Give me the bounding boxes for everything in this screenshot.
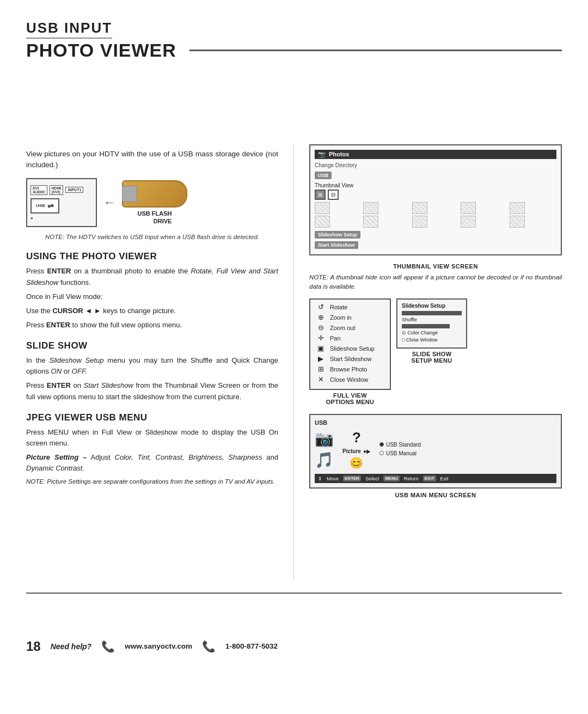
jpeg-viewer-body: Press MENU when in Full View or Slidesho…	[26, 427, 278, 487]
nav-exit-action: Exit	[440, 476, 449, 481]
close-window-icon: ✕	[316, 375, 326, 383]
usb-illustration: DVIAUDIO HDMI(DVI) INPUT1 USB ⇌ ● ← USB …	[26, 178, 278, 227]
thumbnail-title-bar: 📷 Photos	[315, 150, 556, 159]
nav-enter-key: ENTER	[343, 475, 361, 481]
usb-note: NOTE: The HDTV switches to USB Input whe…	[26, 233, 278, 241]
tv-port-diagram: DVIAUDIO HDMI(DVI) INPUT1 USB ⇌ ●	[26, 178, 97, 227]
pan-label: Pan	[330, 335, 341, 341]
photo-viewer-title: PHOTO VIEWER	[26, 40, 562, 61]
fv-rotate: ↺ Rotate	[316, 303, 384, 311]
fv-close-window: ✕ Close Window	[316, 375, 384, 383]
fv-pan: ✛ Pan	[316, 334, 384, 342]
jv-note: NOTE: Picture Settings are separate conf…	[26, 477, 278, 487]
usb-face-icon: 😊	[350, 456, 363, 469]
ss-bar-top	[402, 311, 462, 315]
using-photo-viewer-body: Press ENTER on a thumbnail photo to enab…	[26, 266, 278, 331]
usb-main-caption: USB MAIN MENU SCREEN	[309, 492, 562, 498]
usb-camera-icon: 📷	[315, 430, 334, 448]
usb-question-icon: ?	[352, 429, 361, 446]
browse-photo-label: Browse Photo	[330, 366, 367, 373]
zoomin-icon: ⊕	[316, 313, 326, 321]
thumb-5	[510, 202, 525, 214]
usb-input-title: USB INPUT	[26, 20, 112, 39]
slide-show-body: In the Slideshow Setup menu you may turn…	[26, 355, 278, 402]
nav-menu-key: MENU	[383, 475, 400, 481]
rotate-label: Rotate	[330, 304, 347, 310]
menus-container: ↺ Rotate ⊕ Zoom in ⊖ Zoom out ✛ Pan	[309, 298, 562, 405]
usb-connector	[122, 186, 137, 202]
page-header: USB INPUT PHOTO VIEWER	[26, 20, 562, 142]
usb-manual-radio[interactable]	[379, 451, 384, 455]
using-photo-viewer-heading: USING THE PHOTO VIEWER	[26, 251, 278, 262]
usb-drive-area: USB FLASH DRIVE	[122, 180, 187, 225]
usb-standard-label: USB Standard	[386, 442, 421, 448]
start-slideshow-icon: ▶	[316, 355, 326, 363]
thumb-2	[363, 202, 378, 214]
change-dir-row: Change Directory	[315, 162, 556, 169]
thumbnail-grid-icon[interactable]: ⊞	[315, 190, 326, 200]
ss-title: Slideshow Setup	[402, 303, 462, 309]
website-link[interactable]: www.sanyoctv.com	[125, 642, 192, 650]
pan-icon: ✛	[316, 334, 326, 342]
usb-center-block: ? Picture ●▶ 😊	[342, 429, 371, 469]
usb-port-label: USB	[36, 203, 45, 208]
right-column: 📷 Photos Change Directory USB Thumbnail …	[294, 144, 562, 579]
thumbnail-list-icon[interactable]: ⊟	[328, 190, 339, 200]
photos-title: Photos	[329, 151, 349, 157]
fullview-options-area: ↺ Rotate ⊕ Zoom in ⊖ Zoom out ✛ Pan	[309, 298, 391, 405]
usb-main-title: USB	[315, 419, 556, 426]
page-number: 18	[26, 639, 41, 654]
usb-standard-radio[interactable]	[379, 442, 384, 447]
slideshow-setup-screen: Slideshow Setup Shuffle ⊙ Color Change □…	[396, 298, 467, 349]
thumbnail-screen-box: 📷 Photos Change Directory USB Thumbnail …	[309, 144, 562, 255]
rotate-icon: ↺	[316, 303, 326, 311]
uvp-para3: Use the CURSOR ◄ ► keys to change pictur…	[26, 306, 278, 316]
slideshow-caption: SLIDE SHOW SETUP MENU	[396, 351, 467, 364]
usb-nav-bar: ⇕ Move ENTER Select MENU Return EXIT Exi…	[315, 474, 556, 483]
slideshow-setup-btn[interactable]: Slideshow Setup	[315, 231, 360, 239]
thumb-7	[363, 216, 378, 228]
nav-enter-action: Select	[365, 476, 379, 481]
nav-menu-action: Return	[404, 476, 419, 481]
zoomin-label: Zoom in	[330, 314, 352, 321]
arrow-icon: ←	[103, 196, 115, 210]
start-slideshow-label: Start Slideshow	[330, 356, 371, 362]
usb-standard-row: USB Standard	[379, 442, 421, 448]
hdmi-label: HDMI(DVI)	[50, 185, 64, 195]
uvp-para2: Once in Full View mode:	[26, 291, 278, 302]
start-slideshow-btn[interactable]: Start Slideshow	[315, 241, 358, 249]
jv-para2: Picture Setting – Adjust Color, Tint, Co…	[26, 452, 278, 474]
left-column: View pictures on your HDTV with the use …	[26, 144, 294, 579]
page-footer: 18 Need help? 📞 www.sanyoctv.com 📞 1-800…	[26, 593, 562, 694]
fullview-caption: FULL VIEW OPTIONS MENU	[309, 392, 391, 405]
phone-number: 1-800-877-5032	[225, 642, 278, 650]
jpeg-viewer-heading: JPEG VIEWER USB MENU	[26, 412, 278, 423]
usb-picture-label: Picture	[342, 448, 361, 454]
ss-close-row: □ Close Window	[402, 337, 462, 343]
need-help-text: Need help?	[51, 642, 91, 651]
thumb-8	[412, 216, 427, 228]
fv-zoomout: ⊖ Zoom out	[316, 324, 384, 332]
intro-text: View pictures on your HDTV with the use …	[26, 149, 278, 171]
thumbnail-note: NOTE: A thumbnail hide icon will appear …	[309, 273, 562, 291]
port-row-top: DVIAUDIO HDMI(DVI) INPUT1	[30, 185, 83, 195]
ss-quickchange-row: ⊙ Color Change	[402, 330, 462, 335]
change-dir-val[interactable]: USB	[315, 172, 332, 179]
port-circle: ●	[30, 216, 33, 221]
uvp-para4: Press ENTER to show the full view option…	[26, 320, 278, 331]
usb-main-screen: USB 📷 🎵 ? Picture ●▶ 😊	[309, 414, 562, 489]
fullview-options-box: ↺ Rotate ⊕ Zoom in ⊖ Zoom out ✛ Pan	[309, 298, 391, 390]
usb-manual-label: USB Manual	[386, 450, 416, 456]
nav-exit-key: EXIT	[423, 475, 436, 481]
fv-zoomin: ⊕ Zoom in	[316, 313, 384, 321]
ss-bar-shuffle	[402, 324, 450, 328]
slideshow-setup-area: Slideshow Setup Shuffle ⊙ Color Change □…	[396, 298, 467, 405]
thumb-3	[412, 202, 427, 214]
fv-start-slideshow: ▶ Start Slideshow	[316, 355, 384, 363]
ss-color-change: ⊙ Color Change	[402, 330, 438, 335]
thumb-6	[315, 216, 330, 228]
zoomout-label: Zoom out	[330, 325, 355, 331]
usb-symbol: ⇌	[47, 202, 54, 210]
usb-main-content: 📷 🎵 ? Picture ●▶ 😊 USB Standard	[315, 429, 556, 469]
ss-shuffle-row: Shuffle	[402, 317, 462, 322]
